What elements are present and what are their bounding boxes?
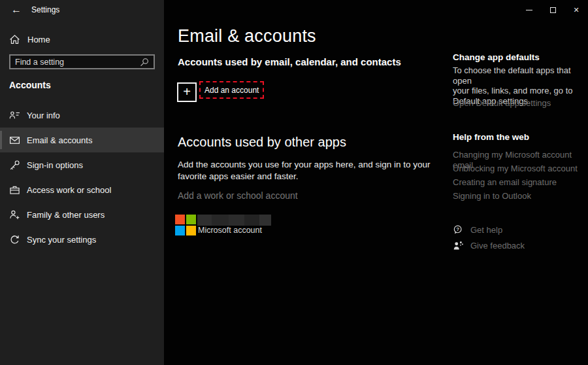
- microsoft-account-row[interactable]: Microsoft account: [175, 215, 436, 237]
- home-icon: [9, 34, 20, 45]
- sidebar-item-access-work-school[interactable]: Access work or school: [0, 177, 164, 202]
- help-links: Changing my Microsoft account email Unbl…: [453, 150, 588, 205]
- help-link-email-signature[interactable]: Creating an email signature: [453, 177, 588, 191]
- redacted-account-name: [197, 215, 271, 226]
- close-button[interactable]: ✕: [564, 0, 588, 20]
- svg-text:?: ?: [456, 226, 459, 232]
- add-account-highlight[interactable]: Add an account: [199, 81, 264, 99]
- sidebar-item-sign-in-options[interactable]: Sign-in options: [0, 152, 164, 177]
- other-apps-description: Add the accounts you use for your apps h…: [178, 159, 431, 182]
- add-work-school-account-link[interactable]: Add a work or school account: [178, 190, 298, 201]
- give-feedback-label: Give feedback: [470, 241, 525, 251]
- sidebar-item-sync-settings[interactable]: Sync your settings: [0, 227, 164, 252]
- sidebar-nav: Your info Email & accounts Sign-in optio…: [0, 103, 164, 252]
- contact-card-icon: [9, 110, 20, 121]
- sidebar-section-header: Accounts: [9, 80, 51, 90]
- ms-logo-red-square: [175, 215, 185, 224]
- search-box[interactable]: [9, 54, 155, 69]
- sidebar-item-label: Email & accounts: [27, 135, 92, 145]
- window-title: Settings: [31, 5, 59, 14]
- add-account-button[interactable]: +: [177, 82, 197, 102]
- sidebar-item-label: Family & other users: [27, 210, 105, 220]
- search-icon[interactable]: [140, 58, 149, 67]
- briefcase-icon: [9, 184, 20, 196]
- ms-logo-blue-square: [175, 226, 185, 235]
- help-link-changing-email[interactable]: Changing my Microsoft account email: [453, 150, 588, 164]
- get-help-label: Get help: [470, 225, 502, 235]
- sidebar-item-home[interactable]: Home: [0, 30, 164, 48]
- minimize-icon: [526, 10, 532, 10]
- add-account-label: Add an account: [204, 86, 259, 95]
- maximize-button[interactable]: [541, 0, 564, 20]
- person-add-icon: [9, 209, 20, 220]
- get-help-icon: ?: [453, 224, 464, 235]
- sidebar-item-label: Your info: [27, 111, 60, 120]
- ms-logo-yellow-square: [186, 226, 196, 235]
- window-controls: ✕: [517, 0, 588, 20]
- get-help-row[interactable]: ? Get help: [453, 224, 502, 235]
- open-default-app-settings-link[interactable]: Open Default app settings: [453, 98, 551, 108]
- sidebar: ← Settings Home Accounts: [0, 0, 164, 365]
- back-arrow-icon: ←: [11, 4, 22, 16]
- sidebar-item-label: Access work or school: [27, 185, 111, 195]
- sidebar-item-your-info[interactable]: Your info: [0, 103, 164, 128]
- help-link-unblocking-account[interactable]: Unblocking my Microsoft account: [453, 164, 588, 177]
- give-feedback-row[interactable]: Give feedback: [453, 240, 525, 251]
- back-button[interactable]: ←: [5, 1, 27, 18]
- change-app-defaults-heading: Change app defaults: [453, 52, 540, 62]
- key-icon: [9, 160, 20, 171]
- ms-logo-green-square: [186, 215, 196, 224]
- page-title: Email & accounts: [178, 26, 316, 46]
- section-heading-other-apps: Accounts used by other apps: [178, 135, 346, 150]
- close-icon: ✕: [573, 7, 579, 14]
- sidebar-item-label: Sync your settings: [27, 235, 96, 245]
- search-input[interactable]: [10, 58, 140, 67]
- account-provider-label: Microsoft account: [198, 226, 262, 235]
- sidebar-item-label: Home: [27, 35, 50, 44]
- maximize-icon: [550, 7, 556, 13]
- section-heading-email-accounts: Accounts used by email, calendar, and co…: [178, 56, 401, 67]
- sidebar-item-family-other-users[interactable]: Family & other users: [0, 202, 164, 227]
- help-from-web-heading: Help from the web: [453, 132, 529, 142]
- minimize-button[interactable]: [517, 0, 541, 20]
- sidebar-item-email-accounts[interactable]: Email & accounts: [0, 128, 164, 152]
- microsoft-logo-icon: [175, 215, 196, 235]
- help-link-signing-in-outlook[interactable]: Signing in to Outlook: [453, 191, 588, 205]
- give-feedback-icon: [453, 240, 464, 251]
- sidebar-item-label: Sign-in options: [27, 160, 83, 170]
- envelope-icon: [9, 135, 20, 146]
- sync-icon: [9, 234, 20, 245]
- plus-icon: +: [183, 85, 191, 98]
